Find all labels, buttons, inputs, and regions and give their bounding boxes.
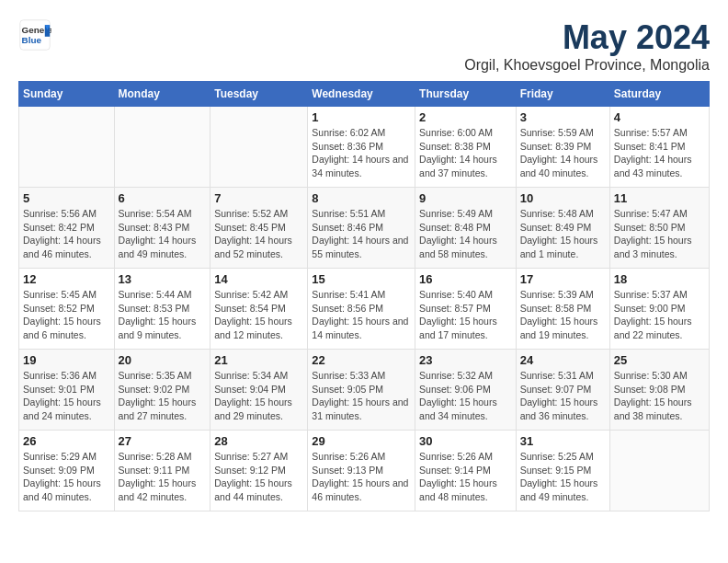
header: General Blue May 2024 Orgil, Khoevsgoel …: [18, 18, 710, 74]
day-cell: 22Sunrise: 5:33 AM Sunset: 9:05 PM Dayli…: [308, 350, 415, 431]
day-number: 3: [520, 110, 606, 124]
day-info: Sunrise: 5:32 AM Sunset: 9:06 PM Dayligh…: [419, 369, 512, 423]
day-info: Sunrise: 5:44 AM Sunset: 8:53 PM Dayligh…: [119, 288, 207, 342]
day-info: Sunrise: 5:28 AM Sunset: 9:11 PM Dayligh…: [119, 450, 207, 504]
day-cell: 30Sunrise: 5:26 AM Sunset: 9:14 PM Dayli…: [415, 431, 517, 511]
header-saturday: Saturday: [609, 82, 709, 107]
day-cell: 5Sunrise: 5:56 AM Sunset: 8:42 PM Daylig…: [19, 188, 115, 269]
svg-text:Blue: Blue: [22, 35, 42, 45]
day-info: Sunrise: 5:59 AM Sunset: 8:39 PM Dayligh…: [520, 126, 606, 180]
header-tuesday: Tuesday: [210, 82, 308, 107]
day-cell: 4Sunrise: 5:57 AM Sunset: 8:41 PM Daylig…: [609, 107, 709, 188]
day-cell: 28Sunrise: 5:27 AM Sunset: 9:12 PM Dayli…: [210, 431, 308, 511]
day-cell: [114, 107, 210, 188]
day-cell: [210, 107, 308, 188]
day-cell: 16Sunrise: 5:40 AM Sunset: 8:57 PM Dayli…: [415, 269, 517, 350]
day-info: Sunrise: 5:34 AM Sunset: 9:04 PM Dayligh…: [214, 369, 303, 423]
day-number: 6: [119, 191, 207, 205]
day-cell: 8Sunrise: 5:51 AM Sunset: 8:46 PM Daylig…: [308, 188, 415, 269]
day-info: Sunrise: 5:33 AM Sunset: 9:05 PM Dayligh…: [312, 369, 411, 423]
day-cell: 17Sunrise: 5:39 AM Sunset: 8:58 PM Dayli…: [516, 269, 609, 350]
day-cell: 26Sunrise: 5:29 AM Sunset: 9:09 PM Dayli…: [19, 431, 115, 511]
day-number: 30: [419, 434, 512, 448]
day-cell: 23Sunrise: 5:32 AM Sunset: 9:06 PM Dayli…: [415, 350, 517, 431]
day-cell: 12Sunrise: 5:45 AM Sunset: 8:52 PM Dayli…: [19, 269, 115, 350]
day-number: 13: [119, 272, 207, 286]
day-number: 25: [614, 353, 705, 367]
day-number: 8: [312, 191, 411, 205]
day-cell: 2Sunrise: 6:00 AM Sunset: 8:38 PM Daylig…: [415, 107, 517, 188]
day-info: Sunrise: 5:49 AM Sunset: 8:48 PM Dayligh…: [419, 207, 512, 261]
day-cell: 25Sunrise: 5:30 AM Sunset: 9:08 PM Dayli…: [609, 350, 709, 431]
header-monday: Monday: [114, 82, 210, 107]
day-cell: 15Sunrise: 5:41 AM Sunset: 8:56 PM Dayli…: [308, 269, 415, 350]
logo-icon: General Blue: [18, 18, 51, 52]
day-cell: 9Sunrise: 5:49 AM Sunset: 8:48 PM Daylig…: [415, 188, 517, 269]
day-cell: 1Sunrise: 6:02 AM Sunset: 8:36 PM Daylig…: [308, 107, 415, 188]
day-number: 5: [23, 191, 110, 205]
day-cell: 31Sunrise: 5:25 AM Sunset: 9:15 PM Dayli…: [516, 431, 609, 511]
day-info: Sunrise: 5:56 AM Sunset: 8:42 PM Dayligh…: [23, 207, 110, 261]
header-friday: Friday: [516, 82, 609, 107]
day-info: Sunrise: 5:39 AM Sunset: 8:58 PM Dayligh…: [520, 288, 606, 342]
day-info: Sunrise: 5:36 AM Sunset: 9:01 PM Dayligh…: [23, 369, 110, 423]
day-number: 18: [614, 272, 705, 286]
day-cell: 24Sunrise: 5:31 AM Sunset: 9:07 PM Dayli…: [516, 350, 609, 431]
day-number: 15: [312, 272, 411, 286]
title-block: May 2024 Orgil, Khoevsgoel Province, Mon…: [464, 18, 710, 74]
day-info: Sunrise: 6:02 AM Sunset: 8:36 PM Dayligh…: [312, 126, 411, 180]
day-number: 17: [520, 272, 606, 286]
day-number: 24: [520, 353, 606, 367]
day-number: 28: [214, 434, 303, 448]
day-cell: 29Sunrise: 5:26 AM Sunset: 9:13 PM Dayli…: [308, 431, 415, 511]
day-cell: [19, 107, 115, 188]
day-number: 2: [419, 110, 512, 124]
day-info: Sunrise: 5:27 AM Sunset: 9:12 PM Dayligh…: [214, 450, 303, 504]
week-row-2: 5Sunrise: 5:56 AM Sunset: 8:42 PM Daylig…: [19, 188, 710, 269]
day-info: Sunrise: 5:47 AM Sunset: 8:50 PM Dayligh…: [614, 207, 705, 261]
day-number: 10: [520, 191, 606, 205]
day-number: 21: [214, 353, 303, 367]
day-number: 14: [214, 272, 303, 286]
logo: General Blue: [18, 18, 51, 52]
day-number: 7: [214, 191, 303, 205]
week-row-4: 19Sunrise: 5:36 AM Sunset: 9:01 PM Dayli…: [19, 350, 710, 431]
page: General Blue May 2024 Orgil, Khoevsgoel …: [0, 0, 728, 521]
day-info: Sunrise: 5:26 AM Sunset: 9:13 PM Dayligh…: [312, 450, 411, 504]
day-cell: 10Sunrise: 5:48 AM Sunset: 8:49 PM Dayli…: [516, 188, 609, 269]
day-info: Sunrise: 5:51 AM Sunset: 8:46 PM Dayligh…: [312, 207, 411, 261]
day-cell: 6Sunrise: 5:54 AM Sunset: 8:43 PM Daylig…: [114, 188, 210, 269]
calendar-table: Sunday Monday Tuesday Wednesday Thursday…: [18, 81, 710, 511]
day-number: 20: [119, 353, 207, 367]
day-number: 23: [419, 353, 512, 367]
week-row-3: 12Sunrise: 5:45 AM Sunset: 8:52 PM Dayli…: [19, 269, 710, 350]
day-number: 26: [23, 434, 110, 448]
week-row-5: 26Sunrise: 5:29 AM Sunset: 9:09 PM Dayli…: [19, 431, 710, 511]
day-info: Sunrise: 5:48 AM Sunset: 8:49 PM Dayligh…: [520, 207, 606, 261]
day-info: Sunrise: 5:26 AM Sunset: 9:14 PM Dayligh…: [419, 450, 512, 504]
day-info: Sunrise: 5:54 AM Sunset: 8:43 PM Dayligh…: [119, 207, 207, 261]
day-info: Sunrise: 5:42 AM Sunset: 8:54 PM Dayligh…: [214, 288, 303, 342]
day-info: Sunrise: 5:37 AM Sunset: 9:00 PM Dayligh…: [614, 288, 705, 342]
day-cell: [609, 431, 709, 511]
main-title: May 2024: [464, 18, 710, 57]
day-info: Sunrise: 5:25 AM Sunset: 9:15 PM Dayligh…: [520, 450, 606, 504]
day-info: Sunrise: 5:31 AM Sunset: 9:07 PM Dayligh…: [520, 369, 606, 423]
day-number: 9: [419, 191, 512, 205]
day-info: Sunrise: 6:00 AM Sunset: 8:38 PM Dayligh…: [419, 126, 512, 180]
day-info: Sunrise: 5:40 AM Sunset: 8:57 PM Dayligh…: [419, 288, 512, 342]
day-number: 4: [614, 110, 705, 124]
day-cell: 14Sunrise: 5:42 AM Sunset: 8:54 PM Dayli…: [210, 269, 308, 350]
day-info: Sunrise: 5:30 AM Sunset: 9:08 PM Dayligh…: [614, 369, 705, 423]
day-number: 29: [312, 434, 411, 448]
day-cell: 11Sunrise: 5:47 AM Sunset: 8:50 PM Dayli…: [609, 188, 709, 269]
day-cell: 19Sunrise: 5:36 AM Sunset: 9:01 PM Dayli…: [19, 350, 115, 431]
day-info: Sunrise: 5:57 AM Sunset: 8:41 PM Dayligh…: [614, 126, 705, 180]
day-info: Sunrise: 5:35 AM Sunset: 9:02 PM Dayligh…: [119, 369, 207, 423]
day-number: 27: [119, 434, 207, 448]
day-cell: 20Sunrise: 5:35 AM Sunset: 9:02 PM Dayli…: [114, 350, 210, 431]
day-cell: 21Sunrise: 5:34 AM Sunset: 9:04 PM Dayli…: [210, 350, 308, 431]
day-info: Sunrise: 5:45 AM Sunset: 8:52 PM Dayligh…: [23, 288, 110, 342]
day-info: Sunrise: 5:29 AM Sunset: 9:09 PM Dayligh…: [23, 450, 110, 504]
day-number: 31: [520, 434, 606, 448]
